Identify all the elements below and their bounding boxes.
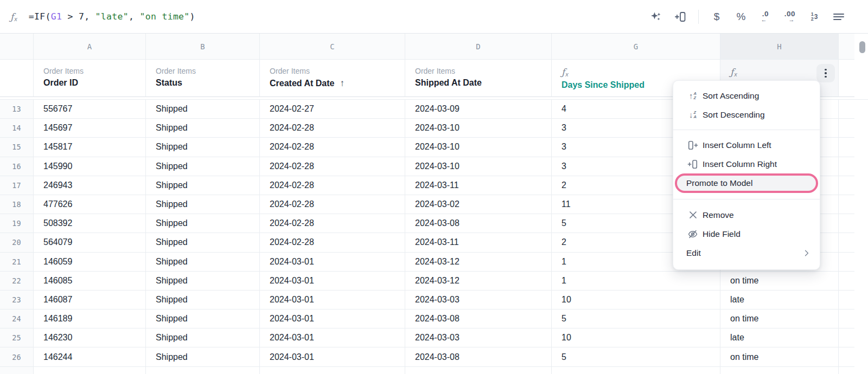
cell-created-at[interactable]: 2024-03-01 [260,328,405,347]
cell-shipped-at[interactable]: 2024-03-10 [405,157,552,176]
cell-created-at[interactable]: 2024-02-28 [260,214,405,233]
cell-status[interactable]: Shipped [146,291,260,309]
cell-status[interactable]: Shipped [146,309,260,328]
cell-late-or-on-time[interactable]: on time [720,309,839,328]
cell-created-at[interactable]: 2024-03-01 [260,272,405,291]
column-letter-b[interactable]: B [146,34,260,60]
menu-item-remove[interactable]: Remove [673,205,820,224]
row-number[interactable]: 17 [0,176,34,195]
cell-created-at[interactable]: 2024-02-28 [260,138,405,157]
column-letter-d[interactable]: D [405,34,552,60]
cell-shipped-at[interactable]: 2024-03-03 [405,328,552,347]
cell-order-id[interactable]: 508392 [34,214,146,233]
cell-status[interactable]: Shipped [146,328,260,347]
row-number[interactable]: 23 [0,291,34,309]
cell-shipped-at[interactable]: 2024-03-12 [405,272,552,291]
cell-days-since-shipped[interactable]: 10 [552,328,720,347]
cell-order-id[interactable]: 556767 [34,100,146,119]
cell-days-since-shipped[interactable]: 5 [552,309,720,328]
cell-status[interactable]: Shipped [146,100,260,119]
cell-late-or-on-time[interactable]: late [720,328,839,347]
decrease-decimals-icon[interactable]: .0← [759,9,772,25]
cell-status[interactable]: Shipped [146,138,260,157]
cell-order-id[interactable]: 146189 [34,309,146,328]
cell-status[interactable]: Shipped [146,214,260,233]
cell-order-id[interactable]: 146244 [34,347,146,366]
cell-order-id[interactable]: 146230 [34,328,146,347]
cell-shipped-at[interactable]: 2024-03-12 [405,253,552,272]
ai-sparkles-icon[interactable] [649,9,662,25]
cell-status[interactable]: Shipped [146,119,260,138]
formula-input[interactable]: =IF(G1 > 7, "late", "on time") [29,11,195,22]
menu-item-sort-descending[interactable]: ↓ZA Sort Descending [673,105,820,124]
cell-order-id[interactable]: 145990 [34,157,146,176]
row-number[interactable]: 25 [0,328,34,347]
cell-late-or-on-time[interactable]: on time [720,272,839,291]
column-letter-a[interactable]: A [34,34,146,60]
row-number[interactable]: 24 [0,309,34,328]
percent-format-icon[interactable]: % [735,9,748,25]
cell-shipped-at[interactable]: 2024-03-08 [405,214,552,233]
cell-status[interactable]: Shipped [146,253,260,272]
cell-created-at[interactable]: 2024-02-28 [260,176,405,195]
cell-shipped-at[interactable]: 2024-03-11 [405,233,552,252]
cell-late-or-on-time[interactable]: late [720,291,839,309]
column-letter-g[interactable]: G [552,34,720,60]
cell-shipped-at[interactable]: 2024-03-10 [405,138,552,157]
currency-format-icon[interactable]: $ [710,9,723,25]
cell-order-id[interactable]: 145697 [34,119,146,138]
row-number[interactable]: 22 [0,272,34,291]
menu-item-insert-column-right[interactable]: Insert Column Right [673,154,820,173]
row-number[interactable]: 19 [0,214,34,233]
cell-created-at[interactable]: 2024-02-28 [260,195,405,214]
cell-status[interactable]: Shipped [146,157,260,176]
cell-order-id[interactable]: 477626 [34,195,146,214]
cell-status[interactable]: Shipped [146,176,260,195]
row-number[interactable]: 16 [0,157,34,176]
row-number[interactable]: 15 [0,138,34,157]
cell-status[interactable]: Shipped [146,347,260,366]
number-format-icon[interactable]: 123 [808,9,821,25]
column-letter-c[interactable]: C [260,34,405,60]
cell-late-or-on-time[interactable]: on time [720,347,839,366]
row-number[interactable]: 26 [0,347,34,366]
cell-shipped-at[interactable]: 2024-03-11 [405,176,552,195]
cell-days-since-shipped[interactable]: 10 [552,291,720,309]
cell-order-id[interactable]: 146087 [34,291,146,309]
vertical-scrollbar-thumb[interactable] [859,41,865,53]
cell-days-since-shipped[interactable]: 1 [552,272,720,291]
cell-order-id[interactable]: 246943 [34,176,146,195]
row-number[interactable]: 18 [0,195,34,214]
cell-created-at[interactable]: 2024-03-01 [260,309,405,328]
column-letter-h[interactable]: H [720,34,839,60]
cell-status[interactable]: Shipped [146,233,260,252]
cell-days-since-shipped[interactable]: 5 [552,347,720,366]
cell-created-at[interactable]: 2024-02-28 [260,119,405,138]
column-options-kebab-button[interactable] [816,64,835,82]
menu-item-promote-to-model[interactable]: Promote to Model [675,173,818,193]
grid-corner[interactable] [0,34,34,60]
menu-icon[interactable] [832,9,845,25]
cell-shipped-at[interactable]: 2024-03-03 [405,291,552,309]
cell-order-id[interactable]: 146059 [34,253,146,272]
cell-order-id[interactable]: 145817 [34,138,146,157]
menu-item-insert-column-left[interactable]: Insert Column Left [673,136,820,154]
cell-created-at[interactable]: 2024-02-28 [260,157,405,176]
insert-column-icon[interactable] [674,9,687,25]
cell-created-at[interactable]: 2024-03-01 [260,347,405,366]
menu-item-hide-field[interactable]: Hide Field [673,224,820,243]
field-header-created-at-date[interactable]: Order Items Created At Date↑ [260,60,405,97]
cell-shipped-at[interactable]: 2024-03-09 [405,100,552,119]
menu-item-edit[interactable]: Edit [673,243,820,262]
cell-order-id[interactable]: 564079 [34,233,146,252]
row-number[interactable]: 13 [0,100,34,119]
increase-decimals-icon[interactable]: .00→ [783,9,796,25]
cell-status[interactable]: Shipped [146,272,260,291]
cell-shipped-at[interactable]: 2024-03-02 [405,195,552,214]
cell-shipped-at[interactable]: 2024-03-10 [405,119,552,138]
cell-created-at[interactable]: 2024-03-01 [260,291,405,309]
row-number[interactable]: 20 [0,233,34,252]
field-header-shipped-at-date[interactable]: Order Items Shipped At Date [405,60,552,97]
row-number[interactable]: 21 [0,253,34,272]
row-number[interactable]: 14 [0,119,34,138]
